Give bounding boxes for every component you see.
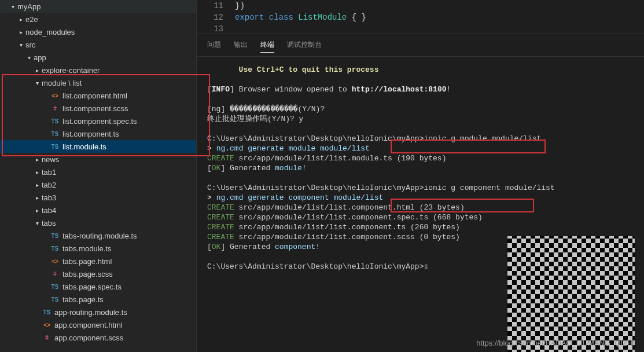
- tree-folder[interactable]: ▸explore-container: [0, 64, 196, 76]
- terminal-line: CREATE src/app/module/list/list.componen…: [207, 222, 634, 232]
- tree-folder[interactable]: ▾app: [0, 51, 196, 64]
- editor-line: 13: [204, 23, 644, 35]
- file-type-icon: TS: [50, 284, 60, 290]
- chevron-icon: ▾: [24, 54, 34, 61]
- terminal-line: [207, 75, 634, 85]
- file-type-icon: #: [42, 335, 52, 341]
- chevron-icon: ▸: [32, 207, 42, 214]
- file-type-icon: TS: [50, 131, 60, 137]
- tree-file[interactable]: TStabs.page.spec.ts: [0, 280, 196, 293]
- file-type-icon: TS: [50, 144, 60, 150]
- chevron-icon: ▸: [32, 182, 42, 188]
- chevron-icon: ▸: [16, 16, 25, 23]
- tree-folder[interactable]: ▾module \ list: [0, 76, 196, 89]
- terminal-line: 终止批处理操作吗(Y/N)? y: [207, 114, 634, 124]
- terminal-line: [ng] ���������������(Y/N)?: [207, 104, 634, 114]
- tree-folder[interactable]: ▸tab1: [0, 166, 196, 178]
- terminal-line: > ng.cmd generate component module/list: [207, 193, 634, 203]
- tree-folder[interactable]: ▸tab4: [0, 204, 196, 217]
- tree-label: tabs-routing.module.ts: [62, 232, 137, 240]
- chevron-icon: ▸: [32, 169, 42, 175]
- tree-folder[interactable]: ▾src: [0, 38, 196, 51]
- chevron-icon: ▾: [8, 3, 17, 10]
- file-type-icon: TS: [50, 118, 60, 124]
- panel-tab[interactable]: 输出: [234, 38, 248, 53]
- tree-file[interactable]: TSapp-routing.module.ts: [0, 306, 196, 318]
- tree-label: app.component.scss: [54, 333, 123, 342]
- tree-file[interactable]: <>tabs.page.html: [0, 255, 196, 267]
- file-type-icon: <>: [50, 258, 60, 265]
- panel-tab[interactable]: 终端: [260, 38, 274, 53]
- file-type-icon: TS: [42, 309, 52, 316]
- tree-label: e2e: [25, 15, 38, 24]
- tree-label: explore-container: [42, 66, 100, 75]
- tree-label: myApp: [17, 2, 41, 11]
- tree-label: news: [42, 155, 59, 164]
- tree-file[interactable]: <>app.component.html: [0, 318, 196, 331]
- tree-label: tabs.page.scss: [62, 270, 113, 278]
- file-type-icon: <>: [50, 93, 60, 99]
- tree-folder[interactable]: ▸e2e: [0, 13, 196, 25]
- tree-file[interactable]: TSlist.component.spec.ts: [0, 115, 196, 127]
- panel-tabs[interactable]: 问题输出终端调试控制台: [197, 34, 644, 57]
- file-type-icon: <>: [42, 322, 52, 328]
- terminal-line: CREATE src/app/module/list/list.componen…: [207, 212, 634, 222]
- terminal-line: CREATE src/app/module/list/list.componen…: [207, 203, 634, 212]
- tree-label: tabs.page.ts: [62, 295, 104, 304]
- tree-label: node_modules: [25, 28, 75, 36]
- tree-file[interactable]: #app.component.scss: [0, 331, 196, 344]
- tree-label: tab1: [42, 168, 56, 177]
- panel-tab[interactable]: 问题: [207, 38, 221, 53]
- file-type-icon: #: [50, 105, 60, 112]
- tree-label: tab4: [42, 206, 56, 215]
- tree-label: list.component.scss: [62, 104, 128, 113]
- tree-label: tabs: [42, 219, 56, 228]
- terminal[interactable]: Use Ctrl+C to quit this process [INFO] B…: [197, 57, 644, 352]
- code-editor[interactable]: 11})12export class ListModule { }13: [197, 0, 644, 34]
- editor-line: 11}): [204, 0, 644, 12]
- tree-folder[interactable]: ▸tab3: [0, 191, 196, 204]
- terminal-line: CREATE src/app/module/list/list.module.t…: [207, 153, 634, 163]
- terminal-line: [207, 173, 634, 183]
- tree-folder[interactable]: ▾myApp: [0, 0, 196, 13]
- chevron-icon: ▾: [16, 42, 25, 48]
- terminal-line: [207, 94, 634, 104]
- terminal-line: [OK] Generated module!: [207, 163, 634, 173]
- chevron-icon: ▸: [16, 29, 25, 35]
- tree-file[interactable]: <>list.component.html: [0, 89, 196, 102]
- editor-line: 12export class ListModule { }: [204, 12, 644, 23]
- file-type-icon: TS: [50, 233, 60, 239]
- qr-code-overlay: [507, 236, 635, 352]
- tree-file[interactable]: TStabs.module.ts: [0, 242, 196, 255]
- panel-tab[interactable]: 调试控制台: [287, 38, 322, 53]
- terminal-line: C:\Users\Administrator\Desktop\helloIoni…: [207, 183, 634, 193]
- chevron-icon: ▾: [32, 80, 42, 86]
- tree-label: tab2: [42, 181, 56, 189]
- tree-folder[interactable]: ▸node_modules: [0, 25, 196, 38]
- watermark: https://blog.csdn.net/BADAO_LIUMANG_QIZH…: [476, 339, 635, 347]
- file-type-icon: #: [50, 271, 60, 277]
- tree-label: list.module.ts: [62, 142, 106, 151]
- chevron-icon: ▸: [32, 67, 42, 74]
- tree-file[interactable]: TStabs-routing.module.ts: [0, 229, 196, 242]
- file-explorer[interactable]: ▾myApp▸e2e▸node_modules▾src▾app▸explore-…: [0, 0, 197, 352]
- tree-label: tabs.page.html: [62, 257, 112, 266]
- chevron-icon: ▾: [32, 220, 42, 226]
- tree-file[interactable]: TSlist.module.ts: [0, 140, 196, 153]
- tree-folder[interactable]: ▸tab2: [0, 178, 196, 191]
- tree-label: app-routing.module.ts: [54, 308, 127, 317]
- tree-label: tabs.module.ts: [62, 244, 112, 253]
- file-type-icon: TS: [50, 245, 60, 252]
- tree-file[interactable]: #tabs.page.scss: [0, 267, 196, 280]
- tree-label: tab3: [42, 193, 56, 202]
- chevron-icon: ▸: [32, 195, 42, 201]
- tree-file[interactable]: #list.component.scss: [0, 102, 196, 115]
- tree-file[interactable]: TSlist.component.ts: [0, 127, 196, 140]
- tree-folder[interactable]: ▾tabs: [0, 217, 196, 229]
- terminal-line: [207, 124, 634, 134]
- chevron-icon: ▸: [32, 156, 42, 163]
- tree-file[interactable]: TStabs.page.ts: [0, 293, 196, 306]
- tree-folder[interactable]: ▸news: [0, 153, 196, 166]
- tree-label: app.component.html: [54, 321, 123, 329]
- tree-label: module \ list: [42, 79, 82, 87]
